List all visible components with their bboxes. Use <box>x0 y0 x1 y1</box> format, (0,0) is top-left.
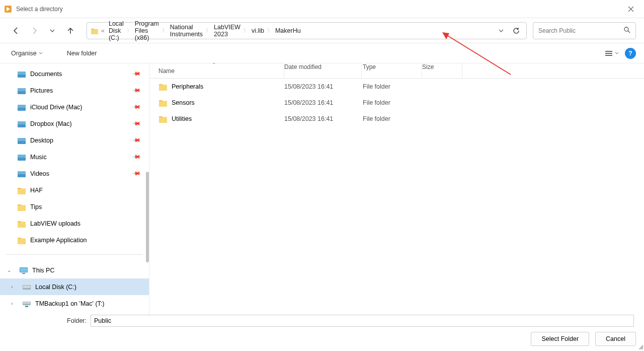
footer: Folder: Select Folder Cancel <box>0 316 644 351</box>
pin-icon: 📌 <box>131 119 141 128</box>
sidebar-label: Desktop <box>30 137 53 144</box>
main-area: Documents 📌 Pictures 📌 iCloud Drive (Mac… <box>0 63 644 316</box>
sidebar-item-dropbox[interactable]: Dropbox (Mac) 📌 <box>0 115 149 132</box>
sidebar-label: HAF <box>30 187 43 194</box>
col-date-header[interactable]: Date modified <box>284 63 362 78</box>
search-icon <box>623 26 630 35</box>
organise-button[interactable]: Organise <box>8 48 46 59</box>
crumb-5[interactable]: MakerHub <box>273 27 301 34</box>
refresh-button[interactable] <box>509 24 523 38</box>
col-name-header[interactable]: Name ⌃ <box>149 63 284 78</box>
pc-icon <box>19 266 28 274</box>
videos-icon <box>17 170 26 178</box>
crumb-0[interactable]: Local Disk (C:) <box>107 20 126 41</box>
col-type-header[interactable]: Type <box>362 63 422 78</box>
close-button[interactable] <box>622 0 640 18</box>
file-list: Name ⌃ Date modified Type Size Periphera… <box>149 63 644 316</box>
sidebar: Documents 📌 Pictures 📌 iCloud Drive (Mac… <box>0 63 149 316</box>
desktop-icon <box>17 136 26 145</box>
crumb-2[interactable]: National Instruments <box>168 24 205 38</box>
sidebar-label: Dropbox (Mac) <box>30 120 72 127</box>
breadcrumbs: Local Disk (C:)〉 Program Files (x86)〉 Na… <box>107 20 301 41</box>
icloud-icon <box>17 103 26 111</box>
cancel-button[interactable]: Cancel <box>595 332 636 346</box>
titlebar: Select a directory <box>0 0 644 18</box>
file-row[interactable]: Utilities 15/08/2023 16:41 File folder <box>149 111 644 127</box>
sidebar-label: This PC <box>32 267 54 274</box>
address-bar[interactable]: « Local Disk (C:)〉 Program Files (x86)〉 … <box>87 22 527 39</box>
sidebar-item-thispc[interactable]: ⌄ This PC <box>0 262 149 278</box>
app-icon <box>4 5 12 13</box>
sidebar-item-tmbackup[interactable]: › TMBackup1 on 'Mac' (T:) <box>0 295 149 312</box>
search-input[interactable] <box>538 27 623 34</box>
sidebar-label: Pictures <box>30 87 53 94</box>
sidebar-label: Videos <box>30 170 49 177</box>
folder-icon <box>158 99 168 107</box>
sidebar-item-videos[interactable]: Videos 📌 <box>0 165 149 182</box>
view-mode-button[interactable] <box>603 48 621 58</box>
folder-icon <box>158 115 168 123</box>
pin-icon: 📌 <box>131 69 141 79</box>
chevron-right-icon: 〉 <box>205 27 212 34</box>
file-name: Peripherals <box>172 83 203 90</box>
chevron-down-icon[interactable]: ⌄ <box>7 267 11 273</box>
up-button[interactable] <box>62 23 78 39</box>
sidebar-item-pictures[interactable]: Pictures 📌 <box>0 82 149 99</box>
chevron-right-icon: 〉 <box>161 27 168 34</box>
forward-button[interactable] <box>26 23 42 39</box>
sidebar-item-tips[interactable]: Tips <box>0 198 149 215</box>
pictures-icon <box>17 87 26 95</box>
folder-icon <box>17 220 26 228</box>
file-row[interactable]: Peripherals 15/08/2023 16:41 File folder <box>149 79 644 95</box>
pin-icon: 📌 <box>131 102 141 112</box>
folder-icon <box>17 203 26 211</box>
window-title: Select a directory <box>16 6 622 13</box>
pin-icon: 📌 <box>131 135 141 145</box>
sidebar-label: Local Disk (C:) <box>35 284 76 291</box>
file-date: 15/08/2023 16:41 <box>284 115 362 122</box>
crumb-4[interactable]: vi.lib <box>250 27 266 34</box>
chevron-down-icon <box>39 51 43 55</box>
recent-dropdown[interactable] <box>44 23 60 39</box>
select-folder-button[interactable]: Select Folder <box>531 332 589 346</box>
crumb-3[interactable]: LabVIEW 2023 <box>212 24 243 38</box>
sidebar-label: Music <box>30 154 47 161</box>
back-button[interactable] <box>8 23 24 39</box>
sidebar-item-local-disk[interactable]: › Local Disk (C:) <box>0 278 149 295</box>
sidebar-item-documents[interactable]: Documents 📌 <box>0 65 149 82</box>
nav-row: « Local Disk (C:)〉 Program Files (x86)〉 … <box>0 18 644 43</box>
resize-grip[interactable]: ◢ <box>638 343 643 350</box>
new-folder-button[interactable]: New folder <box>64 48 100 59</box>
sidebar-label: Documents <box>30 71 62 78</box>
chevron-right-icon[interactable]: › <box>11 301 13 306</box>
sidebar-label: Example Application <box>30 237 87 244</box>
crumb-1[interactable]: Program Files (x86) <box>133 20 161 41</box>
file-name: Sensors <box>172 99 195 106</box>
sidebar-item-music[interactable]: Music 📌 <box>0 149 149 165</box>
search-box[interactable] <box>533 22 636 39</box>
chevron-right-icon[interactable]: › <box>11 284 13 290</box>
folder-name-input[interactable] <box>91 315 634 327</box>
help-button[interactable]: ? <box>625 48 636 59</box>
col-size-header[interactable]: Size <box>422 63 462 78</box>
sidebar-label: Tips <box>30 203 42 210</box>
sort-asc-icon: ⌃ <box>212 62 216 67</box>
sidebar-item-desktop[interactable]: Desktop 📌 <box>0 132 149 149</box>
svg-point-12 <box>624 27 628 31</box>
sidebar-item-icloud[interactable]: iCloud Drive (Mac) 📌 <box>0 99 149 115</box>
scrollbar[interactable] <box>146 172 149 262</box>
sidebar-label: TMBackup1 on 'Mac' (T:) <box>35 300 104 307</box>
file-type: File folder <box>362 99 422 106</box>
disk-icon <box>22 283 31 291</box>
sidebar-item-labview-uploads[interactable]: LabVIEW uploads <box>0 215 149 232</box>
folder-icon <box>17 186 26 194</box>
toolbar: Organise New folder ? <box>0 43 644 63</box>
breadcrumb-overflow[interactable]: « <box>99 27 107 34</box>
netdrive-icon <box>22 300 31 308</box>
address-dropdown[interactable] <box>495 25 507 37</box>
new-folder-label: New folder <box>67 50 97 57</box>
file-type: File folder <box>362 83 422 90</box>
sidebar-item-haf[interactable]: HAF <box>0 182 149 198</box>
sidebar-item-example-app[interactable]: Example Application <box>0 232 149 248</box>
file-row[interactable]: Sensors 15/08/2023 16:41 File folder <box>149 95 644 111</box>
